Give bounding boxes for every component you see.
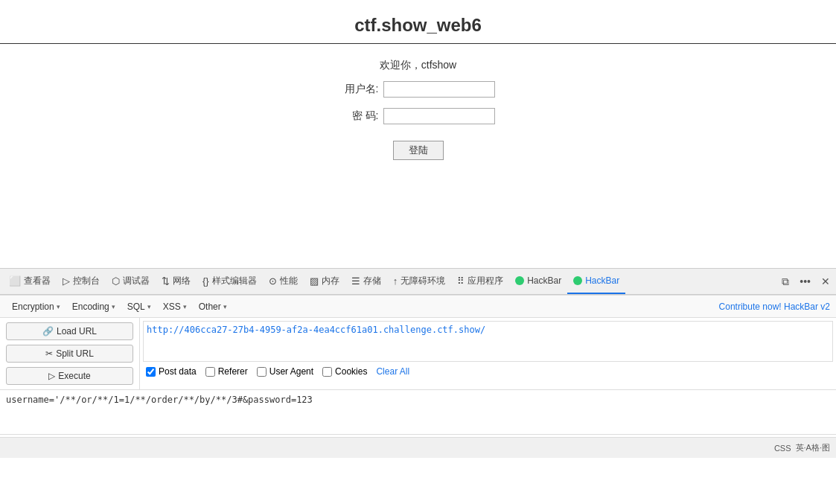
password-input[interactable] [383, 108, 495, 124]
performance-icon: ⊙ [269, 275, 277, 287]
sql-chevron-icon: ▾ [147, 303, 151, 310]
tab-network[interactable]: ⇅ 网络 [156, 269, 197, 294]
hackbar-right-panel: Post data Referer User Agent Cookies Cle… [140, 318, 836, 389]
post-data-input[interactable] [0, 390, 836, 435]
xss-label: XSS [163, 302, 181, 312]
load-url-label: Load URL [57, 326, 97, 336]
tab-storage[interactable]: ☰ 存储 [345, 269, 387, 294]
xss-chevron-icon: ▾ [183, 303, 187, 310]
encryption-chevron-icon: ▾ [57, 303, 60, 310]
contribute-text[interactable]: Contribute now! HackBar v2 [719, 302, 830, 312]
login-button[interactable]: 登陆 [393, 141, 444, 160]
referer-option[interactable]: Referer [205, 366, 248, 377]
clear-all-button[interactable]: Clear All [376, 366, 409, 377]
tab-debugger-label: 调试器 [123, 275, 150, 287]
hackbar-dot-icon [515, 276, 524, 285]
tab-apps[interactable]: ⠿ 应用程序 [451, 269, 509, 294]
execute-label: Execute [58, 371, 90, 381]
tab-hackbar-active[interactable]: HackBar [567, 269, 625, 294]
post-data-option[interactable]: Post data [146, 366, 197, 377]
load-url-button[interactable]: 🔗 Load URL [6, 322, 133, 340]
split-url-label: Split URL [56, 348, 94, 359]
username-row: 用户名: [342, 81, 495, 98]
tab-hackbar-active-label: HackBar [585, 275, 619, 286]
tab-performance-label: 性能 [280, 275, 298, 287]
tab-performance[interactable]: ⊙ 性能 [263, 269, 304, 294]
main-content: ctf.show_web6 欢迎你，ctfshow 用户名: 密 码: 登陆 [0, 0, 836, 268]
status-bar: CSS 英·A格·图 [0, 437, 836, 458]
hackbar-toolbar: Encryption ▾ Encoding ▾ SQL ▾ XSS ▾ Othe… [0, 296, 836, 318]
hackbar-active-dot-icon [573, 276, 582, 285]
menu-sql[interactable]: SQL ▾ [121, 299, 157, 314]
style-editor-icon: {} [202, 275, 209, 287]
tab-storage-label: 存储 [363, 275, 381, 287]
memory-icon: ▨ [310, 275, 319, 287]
user-agent-checkbox[interactable] [257, 367, 267, 377]
tab-inspector[interactable]: ⬜ 查看器 [3, 269, 57, 294]
hackbar-left-panel: 🔗 Load URL ✂ Split URL ▷ Execute [0, 318, 140, 389]
tab-inspector-label: 查看器 [24, 275, 51, 287]
execute-icon: ▷ [48, 371, 55, 381]
accessibility-icon: ↑ [393, 275, 398, 287]
execute-button[interactable]: ▷ Execute [6, 367, 133, 385]
tab-hackbar-label: HackBar [527, 275, 561, 286]
cookies-label: Cookies [335, 366, 367, 377]
apps-icon: ⠿ [457, 275, 465, 287]
tab-accessibility-label: 无障碍环境 [401, 275, 445, 287]
post-data-label: Post data [159, 366, 197, 377]
username-input[interactable] [383, 81, 495, 98]
tab-memory[interactable]: ▨ 内存 [304, 269, 345, 294]
devtools-bar: ⬜ 查看器 ▷ 控制台 ⬡ 调试器 ⇅ 网络 {} 样式编辑器 ⊙ 性能 ▨ 内… [0, 268, 836, 295]
load-url-icon: 🔗 [42, 326, 54, 336]
tab-hackbar[interactable]: HackBar [509, 269, 567, 294]
tab-accessibility[interactable]: ↑ 无障碍环境 [387, 269, 452, 294]
divider [0, 43, 836, 44]
encoding-label: Encoding [72, 302, 109, 312]
devtools-right-icons: ⧉ ••• ✕ [779, 274, 833, 290]
other-chevron-icon: ▾ [223, 303, 227, 310]
debugger-icon: ⬡ [112, 275, 120, 287]
tab-debugger[interactable]: ⬡ 调试器 [106, 269, 156, 294]
tab-network-label: 网络 [173, 275, 191, 287]
tab-apps-label: 应用程序 [468, 275, 503, 287]
user-agent-option[interactable]: User Agent [257, 366, 313, 377]
other-label: Other [199, 302, 221, 312]
inspector-icon: ⬜ [9, 275, 21, 287]
page-title: ctf.show_web6 [354, 15, 482, 36]
hackbar-body: 🔗 Load URL ✂ Split URL ▷ Execute Post da… [0, 318, 836, 389]
split-url-icon: ✂ [45, 348, 53, 359]
username-label: 用户名: [342, 83, 379, 96]
tab-console[interactable]: ▷ 控制台 [57, 269, 106, 294]
hackbar-options-row: Post data Referer User Agent Cookies Cle… [143, 362, 833, 381]
more-options-button[interactable]: ••• [797, 274, 814, 289]
user-agent-label: User Agent [269, 366, 313, 377]
url-input[interactable] [143, 321, 833, 362]
referer-checkbox[interactable] [205, 367, 215, 377]
hackbar-section: Encryption ▾ Encoding ▾ SQL ▾ XSS ▾ Othe… [0, 295, 836, 437]
dock-button[interactable]: ⧉ [779, 274, 792, 290]
status-css: CSS [774, 444, 791, 453]
post-data-area [0, 389, 836, 437]
password-row: 密 码: [342, 108, 495, 124]
split-url-button[interactable]: ✂ Split URL [6, 345, 133, 363]
cookies-checkbox[interactable] [322, 367, 332, 377]
menu-xss[interactable]: XSS ▾ [157, 299, 193, 314]
sql-label: SQL [127, 302, 145, 312]
referer-label: Referer [218, 366, 248, 377]
status-lang: 英·A格·图 [796, 442, 830, 453]
tab-memory-label: 内存 [322, 275, 339, 287]
menu-other[interactable]: Other ▾ [193, 299, 233, 314]
tab-style-editor[interactable]: {} 样式编辑器 [197, 269, 263, 294]
encoding-chevron-icon: ▾ [112, 303, 115, 310]
password-label: 密 码: [342, 109, 379, 123]
close-devtools-button[interactable]: ✕ [818, 274, 833, 289]
tab-style-editor-label: 样式编辑器 [212, 275, 257, 287]
storage-icon: ☰ [351, 275, 360, 287]
menu-encryption[interactable]: Encryption ▾ [6, 299, 66, 314]
console-icon: ▷ [63, 275, 70, 287]
cookies-option[interactable]: Cookies [322, 366, 367, 377]
tab-console-label: 控制台 [73, 275, 100, 287]
post-data-checkbox[interactable] [146, 367, 156, 377]
menu-encoding[interactable]: Encoding ▾ [66, 299, 121, 314]
welcome-text: 欢迎你，ctfshow [380, 59, 456, 72]
